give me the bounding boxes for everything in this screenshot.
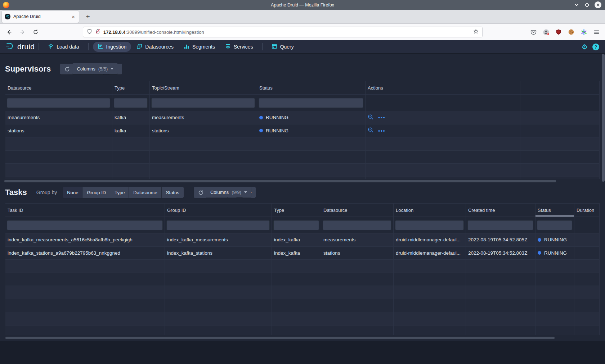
group-by-type-button[interactable]: Type bbox=[110, 187, 129, 198]
col-header-type[interactable]: Type bbox=[112, 81, 150, 94]
status-filter-input[interactable] bbox=[259, 98, 363, 108]
group-by-group-id-button[interactable]: Group ID bbox=[82, 187, 110, 198]
ublock-icon[interactable] bbox=[555, 28, 562, 36]
status-filter-input[interactable] bbox=[537, 220, 572, 230]
browser-toolbar: 172.18.0.4:30899/unified-console.html#in… bbox=[0, 24, 605, 40]
type-filter-input[interactable] bbox=[114, 98, 148, 108]
col-header-task-id[interactable]: Task ID bbox=[5, 204, 165, 217]
forward-button[interactable] bbox=[18, 28, 26, 36]
empty-cell bbox=[394, 326, 466, 335]
row-more-icon[interactable]: ••• bbox=[378, 128, 385, 134]
group-id-cell: index_kafka_measurements bbox=[165, 233, 272, 246]
navbar-divider bbox=[262, 43, 263, 50]
bookmark-star-icon[interactable] bbox=[473, 29, 479, 36]
empty-cell bbox=[5, 177, 112, 179]
magnifier-icon[interactable] bbox=[368, 114, 374, 121]
back-button[interactable] bbox=[5, 28, 13, 36]
insecure-lock-icon[interactable] bbox=[95, 29, 100, 36]
filler-cell bbox=[520, 124, 600, 137]
col-header-status[interactable]: Status bbox=[257, 81, 366, 94]
col-header-actions[interactable]: Actions bbox=[366, 81, 520, 94]
cookie-icon[interactable] bbox=[568, 28, 575, 36]
task-id-filter-input[interactable] bbox=[7, 220, 163, 230]
filter-cell bbox=[5, 95, 112, 111]
created-time-filter-input[interactable] bbox=[467, 220, 533, 230]
filler-cell bbox=[520, 81, 600, 94]
nav-ingestion[interactable]: Ingestion bbox=[93, 42, 131, 52]
druid-brand[interactable]: druid bbox=[5, 42, 35, 52]
col-header-status[interactable]: Status bbox=[535, 204, 574, 217]
nav-label: Ingestion bbox=[106, 44, 127, 50]
tab-title: Apache Druid bbox=[13, 14, 71, 19]
type-filter-input[interactable] bbox=[273, 220, 319, 230]
page-vertical-scrollbar[interactable] bbox=[602, 54, 605, 182]
group-by-datasource-button[interactable]: Datasource bbox=[129, 187, 161, 198]
nav-datasources[interactable]: Datasources bbox=[132, 42, 178, 52]
location-filter-input[interactable] bbox=[395, 220, 464, 230]
topic-stream-filter-input[interactable] bbox=[151, 98, 255, 108]
empty-cell bbox=[466, 273, 535, 286]
reload-button[interactable] bbox=[32, 28, 40, 36]
nav-load-data[interactable]: Load data bbox=[43, 42, 84, 52]
tasks-toolbar: Tasks Group by None Group ID Type Dataso… bbox=[5, 187, 256, 198]
col-header-topic-stream[interactable]: Topic/Stream bbox=[150, 81, 257, 94]
tasks-horizontal-scrollbar[interactable] bbox=[5, 337, 555, 339]
columns-label: Columns bbox=[210, 190, 229, 195]
druid-console: druid Load data Ingestion Datasources Se… bbox=[0, 40, 605, 364]
task-id-cell: index_kafka_stations_a9a679b22795b63_nnk… bbox=[5, 247, 165, 260]
nav-services[interactable]: Services bbox=[220, 42, 258, 52]
empty-cell bbox=[574, 326, 600, 335]
shield-icon[interactable] bbox=[87, 29, 92, 36]
nav-query[interactable]: Query bbox=[267, 42, 299, 52]
task-row[interactable]: index_kafka_stations_a9a679b22795b63_nnk… bbox=[5, 247, 600, 260]
status-cell: RUNNING bbox=[257, 124, 366, 137]
nav-segments[interactable]: Segments bbox=[179, 42, 220, 52]
empty-table-row bbox=[5, 151, 600, 164]
filler-cell bbox=[520, 151, 600, 164]
url-text[interactable]: 172.18.0.4:30899/unified-console.html#in… bbox=[103, 29, 470, 35]
col-header-location[interactable]: Location bbox=[394, 204, 466, 217]
minimize-icon[interactable] bbox=[574, 2, 579, 8]
empty-cell bbox=[165, 299, 272, 312]
group-id-filter-input[interactable] bbox=[166, 220, 270, 230]
col-header-duration[interactable]: Duration bbox=[574, 204, 600, 217]
url-host: 172.18.0.4 bbox=[103, 29, 125, 35]
empty-cell bbox=[257, 151, 366, 164]
pocket-icon[interactable] bbox=[530, 28, 537, 36]
account-icon[interactable] bbox=[542, 28, 550, 36]
task-row[interactable]: index_kafka_measurements_a5616c5ba8afb8b… bbox=[5, 233, 600, 247]
supervisor-row[interactable]: measurements kafka measurements RUNNING … bbox=[5, 111, 600, 124]
datasource-filter-input[interactable] bbox=[323, 220, 391, 230]
filter-cell bbox=[257, 95, 366, 111]
col-header-group-id[interactable]: Group ID bbox=[165, 204, 272, 217]
upload-icon bbox=[48, 44, 54, 50]
supervisors-columns-button[interactable]: Columns (5/5) bbox=[72, 63, 118, 74]
row-more-icon[interactable]: ••• bbox=[378, 114, 385, 120]
tasks-columns-button[interactable]: Columns (9/9) bbox=[206, 187, 251, 197]
tab-close-icon[interactable]: × bbox=[71, 14, 76, 19]
group-by-status-button[interactable]: Status bbox=[162, 187, 184, 198]
menu-icon[interactable] bbox=[593, 28, 600, 36]
extension-asterisk-icon[interactable] bbox=[580, 28, 587, 36]
col-header-datasource[interactable]: Datasource bbox=[5, 81, 112, 94]
url-bar[interactable]: 172.18.0.4:30899/unified-console.html#in… bbox=[83, 27, 483, 37]
new-tab-button[interactable]: + bbox=[83, 12, 93, 21]
col-header-created-time[interactable]: Created time bbox=[466, 204, 535, 217]
columns-count: (9/9) bbox=[232, 190, 241, 195]
empty-cell bbox=[466, 312, 535, 325]
gear-icon[interactable]: ⚙ bbox=[582, 44, 588, 50]
datasource-cell: stations bbox=[5, 124, 112, 137]
close-icon[interactable] bbox=[595, 1, 601, 8]
supervisor-row[interactable]: stations kafka stations RUNNING ••• bbox=[5, 124, 600, 138]
help-icon[interactable]: ? bbox=[592, 44, 599, 50]
filler-cell bbox=[520, 164, 600, 177]
browser-tab[interactable]: Apache Druid × bbox=[2, 11, 79, 23]
supervisors-horizontal-scrollbar[interactable] bbox=[4, 180, 556, 182]
status-dot bbox=[259, 116, 263, 119]
col-header-type[interactable]: Type bbox=[272, 204, 321, 217]
magnifier-icon[interactable] bbox=[368, 127, 374, 134]
col-header-datasource[interactable]: Datasource bbox=[321, 204, 394, 217]
maximize-icon[interactable] bbox=[584, 2, 590, 8]
datasource-filter-input[interactable] bbox=[7, 98, 110, 108]
group-by-none-button[interactable]: None bbox=[63, 187, 82, 198]
